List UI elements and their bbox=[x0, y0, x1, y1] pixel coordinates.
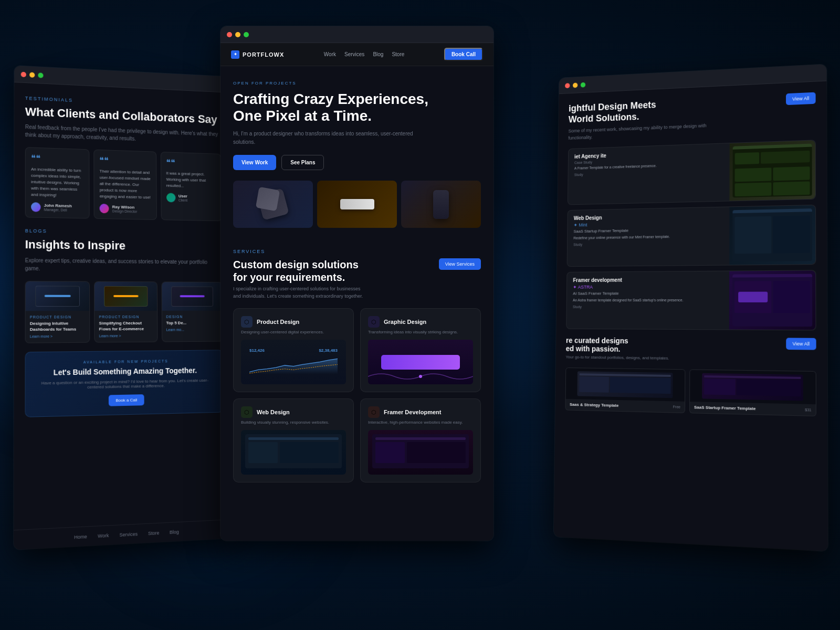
blog-title-2: Simplifying Checkout Flows for E-commerc… bbox=[99, 320, 153, 332]
chart-stat-1: $12,426 bbox=[249, 348, 265, 353]
see-plans-button[interactable]: See Plans bbox=[281, 155, 324, 170]
nav-blog-c[interactable]: Blog bbox=[373, 51, 383, 57]
hero-img-3 bbox=[401, 181, 481, 228]
quote-icon-3: ❝❝ bbox=[166, 158, 216, 169]
hero-images bbox=[233, 181, 481, 228]
framer-dev-name: Framer Development bbox=[384, 409, 441, 415]
blog-link-1[interactable]: Learn more > bbox=[30, 334, 86, 339]
right-view-all-button[interactable]: View All bbox=[786, 92, 816, 106]
product-design-preview: $12,426 $2,38,483 bbox=[241, 340, 346, 384]
web-design-name: Web Design bbox=[257, 409, 290, 415]
quote-icon-2: ❝❝ bbox=[100, 155, 151, 167]
graphic-design-sub: Transforming ideas into visually strikin… bbox=[368, 330, 473, 334]
mint-sublabel: SaaS Startup Framer Template bbox=[573, 227, 723, 234]
blogs-section: BLOGS Insights to Inspire Explore expert… bbox=[25, 228, 223, 343]
left-page: TESTIMONIALS What Clients and Collaborat… bbox=[14, 82, 235, 550]
curated-view-all-button[interactable]: View All bbox=[786, 338, 816, 350]
hero-title-line1: Crafting Crazy Experiences, bbox=[233, 91, 428, 107]
nav-work[interactable]: Work bbox=[98, 532, 109, 538]
cta-badge: AVAILABLE FOR NEW PROJECTS bbox=[34, 359, 215, 364]
product-design-card: ⬡ Product Design Designing user-centered… bbox=[233, 308, 354, 392]
blogs-title: Insights to Inspire bbox=[25, 238, 222, 254]
logo: ✦ PORTFLOWX bbox=[231, 50, 284, 59]
right-hero: ightful Design Meets World Solutions. So… bbox=[568, 92, 815, 142]
blog-cat-2: PRODUCT DESIGN bbox=[99, 315, 153, 319]
hero-buttons: View Work See Plans bbox=[233, 155, 481, 170]
graphic-design-card: ⬡ Graphic Design Transforming ideas into… bbox=[360, 308, 481, 392]
left-browser-window: TESTIMONIALS What Clients and Collaborat… bbox=[14, 66, 235, 550]
close-dot-c bbox=[227, 32, 232, 37]
cta-button[interactable]: Book a Call bbox=[108, 394, 144, 406]
nav-services[interactable]: Services bbox=[119, 531, 138, 538]
testimonials-desc: Real feedback from the people I've had t… bbox=[25, 123, 221, 146]
blog-title-1: Designing Intuitive Dashboards for Teams bbox=[30, 320, 86, 332]
curated-desc: Your go-to for standout portfolios, desi… bbox=[566, 355, 669, 361]
testimonial-card-3: ❝❝ It was a great project. Working with … bbox=[160, 152, 222, 221]
portfolio-tag-3: Study bbox=[573, 305, 723, 309]
testimonial-card-1: ❝❝ An incredible ability to turn complex… bbox=[25, 148, 90, 219]
services-label: SERVICES bbox=[233, 249, 481, 254]
nav-blog[interactable]: Blog bbox=[170, 529, 179, 535]
hero-title: Crafting Crazy Experiences, One Pixel at… bbox=[233, 91, 481, 124]
portfolio-preview-2 bbox=[729, 205, 815, 265]
astra-sublabel: AI SaaS Framer Template bbox=[573, 291, 723, 296]
template-price-2: $31 bbox=[805, 408, 811, 412]
nav-work-c[interactable]: Work bbox=[324, 51, 336, 57]
portfolio-item-3: Framer development ✦ ASTRA AI SaaS Frame… bbox=[566, 270, 816, 331]
web-design-preview bbox=[241, 430, 346, 475]
nav-services-c[interactable]: Services bbox=[344, 51, 364, 57]
hero-title-line2: One Pixel at a Time. bbox=[233, 108, 372, 124]
portfolio-name-3: Framer development bbox=[573, 277, 723, 283]
web-design-icon: ⬡ bbox=[241, 406, 253, 418]
web-design-sub: Building visually stunning, responsive w… bbox=[241, 420, 346, 425]
portfolio-preview-3 bbox=[729, 271, 816, 330]
logo-icon: ✦ bbox=[231, 50, 239, 59]
hero-img-2 bbox=[317, 181, 397, 228]
framer-dev-preview bbox=[368, 430, 473, 475]
expand-dot bbox=[38, 72, 43, 78]
blog-link-3[interactable]: Learn mo... bbox=[166, 328, 219, 331]
blog-cat-3: DESIGN bbox=[166, 314, 218, 318]
template-card-1: Saas & Strategy Template Free bbox=[565, 368, 685, 413]
template-price-1: Free bbox=[673, 405, 680, 409]
portfolio-item-1: iet Agency ite Case Study A Framer Templ… bbox=[568, 140, 816, 205]
testimonial-text-1: An incredible ability to turn complex id… bbox=[31, 166, 84, 200]
testimonial-text-2: Their attention to detail and user-focus… bbox=[100, 169, 151, 201]
testimonial-author-2: Ray Wilson Design Director bbox=[100, 204, 151, 214]
blogs-label: BLOGS bbox=[25, 228, 222, 237]
view-services-button[interactable]: View Services bbox=[439, 258, 481, 270]
portfolio-desc-2: Redefine your online presence with our M… bbox=[573, 234, 723, 241]
view-work-button[interactable]: View Work bbox=[233, 155, 276, 170]
testimonial-card-2: ❝❝ Their attention to detail and user-fo… bbox=[94, 150, 157, 220]
center-browser-window: ✦ PORTFLOWX Work Services Blog Store Boo… bbox=[220, 26, 494, 541]
template-info-1: Saas & Strategy Template Free bbox=[565, 399, 685, 413]
blog-img-2 bbox=[94, 282, 156, 311]
center-content-area: ✦ PORTFLOWX Work Services Blog Store Boo… bbox=[220, 43, 494, 541]
template-name-2: SaaS Startup Framer Template bbox=[694, 405, 755, 411]
nav-home[interactable]: Home bbox=[74, 533, 87, 540]
services-header: Custom design solutions for your require… bbox=[233, 258, 481, 300]
product-design-sub: Designing user-centered digital experien… bbox=[241, 330, 346, 334]
nav-store[interactable]: Store bbox=[148, 530, 159, 536]
portfolio-desc-3: An Astra framer template designed for Sa… bbox=[573, 298, 723, 303]
blog-card-1: PRODUCT DESIGN Designing Intuitive Dashb… bbox=[25, 281, 90, 343]
book-call-button[interactable]: Book Call bbox=[444, 48, 483, 61]
svg-point-0 bbox=[419, 375, 422, 378]
top-nav: ✦ PORTFLOWX Work Services Blog Store Boo… bbox=[220, 43, 494, 66]
nav-store-c[interactable]: Store bbox=[392, 51, 404, 57]
curated-section: re curated designs ed with passion. Your… bbox=[565, 337, 816, 417]
portfolio-item-2: Web Design ✦ Mint SaaS Startup Framer Te… bbox=[567, 205, 816, 267]
gd-wave bbox=[368, 369, 473, 384]
hero-section: OPEN FOR PROJECTS Crafting Crazy Experie… bbox=[220, 66, 494, 238]
right-hero-desc: Some of my recent work, showcasing my ab… bbox=[568, 122, 720, 141]
author-role-1: Manager, Dell bbox=[44, 208, 72, 212]
blog-link-2[interactable]: Learn more > bbox=[99, 334, 153, 338]
portfolio-preview-1 bbox=[729, 140, 815, 201]
testimonial-author-1: John Ramesh Manager, Dell bbox=[31, 203, 84, 213]
template-info-2: SaaS Startup Framer Template $31 bbox=[690, 402, 816, 416]
framer-dev-icon: ⬡ bbox=[368, 406, 380, 418]
close-dot bbox=[21, 71, 26, 77]
minimize-dot-r bbox=[573, 82, 578, 88]
blog-cat-1: PRODUCT DESIGN bbox=[30, 315, 86, 319]
expand-dot-r bbox=[581, 82, 585, 87]
